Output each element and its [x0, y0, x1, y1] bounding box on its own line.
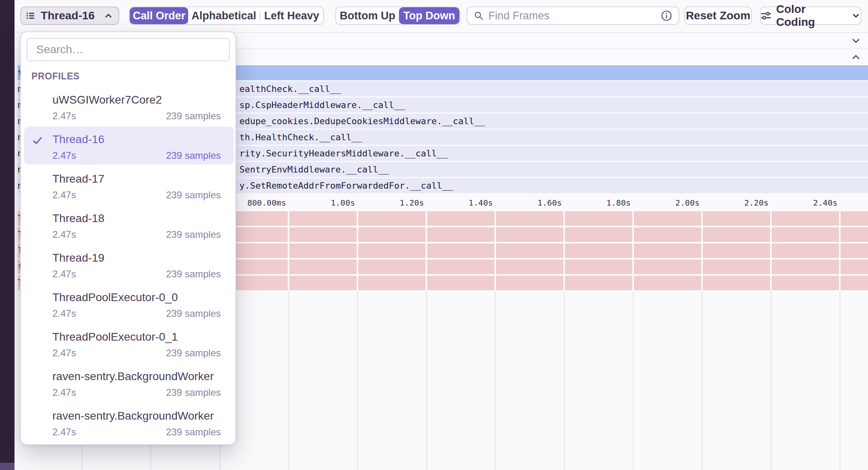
axis-tick-label: 800.00ms — [247, 194, 286, 211]
checkmark-icon — [32, 135, 43, 146]
frame-label: sp.CspHeaderMiddleware.__call__ — [239, 98, 405, 112]
thread-search-input[interactable] — [36, 43, 220, 56]
profile-meta: 2.47s239 samples — [52, 387, 221, 398]
search-icon — [474, 11, 484, 21]
gridline — [495, 291, 496, 470]
profile-samples: 239 samples — [166, 189, 221, 201]
frame-label: edupe_cookies.DedupeCookiesMiddleware.__… — [239, 114, 485, 129]
toolbar: Thread-16 Call OrderAlphabeticalLeft Hea… — [15, 0, 868, 33]
profiler-flamegraph-view: tmealthCheck.__call__msp.CspHeaderMiddle… — [0, 0, 868, 470]
gridline — [426, 291, 427, 470]
profile-duration: 2.47s — [52, 110, 76, 122]
segment-call-order[interactable]: Call Order — [130, 7, 188, 24]
thread-option-thread-17-2[interactable]: Thread-172.47s239 samples — [21, 166, 237, 204]
profile-samples: 239 samples — [166, 110, 221, 122]
profile-name: Thread-17 — [52, 173, 104, 185]
color-coding-button[interactable]: Color Coding — [760, 6, 862, 25]
frame-label: rity.SecurityHeadersMiddleware.__call__ — [239, 146, 448, 161]
thread-option-threadpoolexecutor-0-0-5[interactable]: ThreadPoolExecutor-0_02.47s239 samples — [21, 285, 237, 322]
thread-option-thread-16-1[interactable]: Thread-162.47s239 samples — [21, 127, 237, 164]
segment-bottom-up[interactable]: Bottom Up — [336, 7, 399, 24]
profile-name: raven-sentry.BackgroundWorker — [52, 370, 214, 383]
profile-name: ThreadPoolExecutor-0_0 — [52, 291, 178, 304]
chevron-up-icon — [104, 11, 113, 21]
sort-segmented-control: Call OrderAlphabeticalLeft Heavy — [129, 6, 324, 25]
thread-option-thread-19-4[interactable]: Thread-192.47s239 samples — [21, 245, 237, 283]
profile-meta: 2.47s239 samples — [52, 110, 221, 122]
gridline — [770, 211, 772, 290]
profile-samples: 239 samples — [166, 268, 221, 280]
profile-name: uWSGIWorker7Core2 — [52, 94, 162, 106]
gridline — [288, 211, 289, 290]
gridline — [494, 211, 496, 290]
segment-left-heavy[interactable]: Left Heavy — [260, 7, 323, 24]
profile-name: ThreadPoolExecutor-0_1 — [52, 331, 178, 343]
profile-name: Thread-18 — [52, 212, 104, 225]
thread-selector-button[interactable]: Thread-16 — [20, 6, 119, 25]
frame-label: ealthCheck.__call__ — [239, 81, 341, 96]
profile-duration: 2.47s — [52, 229, 76, 240]
segment-alphabetical[interactable]: Alphabetical — [188, 7, 259, 24]
thread-list-icon — [26, 11, 35, 20]
color-coding-label: Color Coding — [776, 3, 846, 29]
profile-meta: 2.47s239 samples — [52, 229, 221, 240]
profile-duration: 2.47s — [52, 308, 76, 319]
profile-duration: 2.47s — [52, 387, 76, 398]
gridline — [357, 211, 358, 290]
profile-meta: 2.47s239 samples — [52, 268, 221, 280]
profile-meta: 2.47s239 samples — [52, 150, 221, 161]
chevron-down-icon — [851, 11, 861, 21]
chevron-down-icon[interactable] — [851, 36, 861, 46]
thread-selector-label: Thread-16 — [41, 9, 95, 22]
thread-dropdown-panel: PROFILES uWSGIWorker7Core22.47s239 sampl… — [20, 31, 236, 445]
profile-meta: 2.47s239 samples — [52, 426, 221, 438]
sliders-icon — [761, 10, 771, 21]
axis-tick-label: 2.20s — [744, 194, 768, 211]
profile-name: raven-sentry.BackgroundWorker — [52, 410, 214, 422]
frame-label: y.SetRemoteAddrFromForwardedFor.__call__ — [239, 178, 453, 193]
gridline — [564, 291, 565, 470]
thread-option-threadpoolexecutor-0-1-6[interactable]: ThreadPoolExecutor-0_12.47s239 samples — [21, 324, 237, 362]
left-rail — [0, 0, 15, 470]
info-icon[interactable] — [661, 10, 672, 21]
axis-tick-label: 1.00s — [331, 194, 355, 211]
find-frames-searchbox[interactable] — [467, 6, 679, 25]
profile-duration: 2.47s — [52, 347, 76, 359]
gridline — [357, 291, 358, 470]
chevron-up-icon[interactable] — [851, 52, 861, 62]
profile-samples: 239 samples — [166, 347, 221, 359]
profile-duration: 2.47s — [52, 150, 76, 161]
rail-resize-handle[interactable] — [0, 463, 15, 470]
reset-zoom-button[interactable]: Reset Zoom — [684, 6, 752, 25]
profile-samples: 239 samples — [166, 426, 221, 438]
gridline — [633, 291, 634, 470]
axis-tick-label: 2.00s — [675, 194, 700, 211]
view-segmented-control: Bottom UpTop Down — [335, 6, 460, 25]
find-frames-input[interactable] — [488, 10, 656, 22]
profile-name: Thread-19 — [52, 252, 104, 264]
profile-meta: 2.47s239 samples — [52, 189, 221, 201]
thread-option-raven-sentry-backgroundworker-8[interactable]: raven-sentry.BackgroundWorker2.47s239 sa… — [21, 403, 237, 441]
gridline — [839, 211, 841, 290]
profile-duration: 2.47s — [52, 426, 76, 438]
reset-zoom-label: Reset Zoom — [686, 9, 750, 22]
thread-option-raven-sentry-backgroundworker-7[interactable]: raven-sentry.BackgroundWorker2.47s239 sa… — [21, 364, 237, 401]
profiles-group-label: PROFILES — [31, 71, 80, 82]
profile-name: Thread-16 — [52, 133, 104, 146]
gridline — [839, 291, 841, 470]
segment-top-down[interactable]: Top Down — [399, 7, 459, 24]
gridline — [770, 291, 772, 470]
thread-option-thread-18-3[interactable]: Thread-182.47s239 samples — [21, 206, 237, 243]
gridline — [702, 291, 703, 470]
profile-meta: 2.47s239 samples — [52, 347, 221, 359]
profile-duration: 2.47s — [52, 268, 76, 280]
profile-samples: 239 samples — [166, 229, 221, 240]
thread-option-uwsgiworker7core2-0[interactable]: uWSGIWorker7Core22.47s239 samples — [21, 87, 237, 125]
gridline — [701, 211, 703, 290]
profile-samples: 239 samples — [166, 387, 221, 398]
axis-tick-label: 1.20s — [400, 194, 424, 211]
gridline — [632, 211, 634, 290]
axis-tick-label: 1.80s — [606, 194, 631, 211]
thread-search-box[interactable] — [27, 38, 230, 61]
axis-tick-label: 2.40s — [813, 194, 837, 211]
